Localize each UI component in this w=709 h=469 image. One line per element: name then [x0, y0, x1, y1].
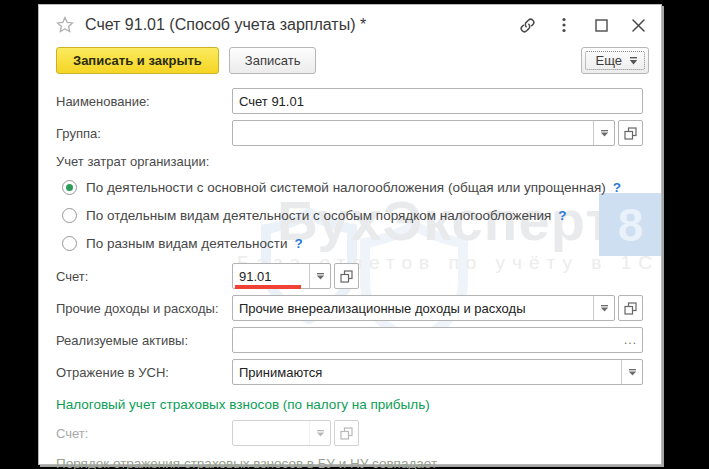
radio-option-different-activities[interactable]: По разным видам деятельности ?: [56, 231, 649, 255]
open-list-icon: [624, 127, 637, 140]
account-input[interactable]: 91.01: [232, 263, 331, 289]
usn-label: Отражение в УСН:: [56, 365, 232, 380]
account-label: Счет:: [56, 269, 232, 284]
open-list-icon: [340, 270, 353, 283]
more-button-label: Еще: [596, 53, 622, 68]
radio-label: По отдельным видам деятельности с особым…: [86, 208, 551, 223]
account-open-button[interactable]: [334, 263, 359, 289]
other-income-label: Прочие доходы и расходы:: [56, 301, 232, 316]
tax-account-input: [232, 420, 331, 446]
assets-label: Реализуемые активы:: [56, 333, 232, 348]
group-input[interactable]: [232, 120, 615, 146]
name-input[interactable]: Счет 91.01: [232, 88, 643, 114]
account-dropdown-button[interactable]: [309, 264, 330, 288]
other-income-dropdown-button[interactable]: [593, 296, 614, 320]
kebab-menu-icon[interactable]: [555, 16, 573, 34]
more-button[interactable]: Еще: [581, 47, 649, 74]
window-title: Счет 91.01 (Способ учета зарплаты) *: [85, 16, 518, 34]
help-link[interactable]: ?: [558, 208, 566, 223]
group-value: [233, 121, 593, 145]
radio-label: По деятельности с основной системой нало…: [86, 180, 606, 195]
tax-note-text: Порядок отражения страховых взносов в БУ…: [56, 456, 649, 469]
dropdown-arrow-icon: [600, 305, 609, 312]
dropdown-arrow-icon: [628, 369, 637, 376]
name-label: Наименование:: [56, 94, 232, 109]
tax-account-open-button: [334, 420, 359, 446]
usn-select[interactable]: Принимаются: [232, 359, 643, 385]
usn-dropdown-button[interactable]: [621, 360, 642, 384]
dropdown-arrow-icon: [316, 430, 325, 437]
radio-circle[interactable]: [62, 180, 77, 195]
group-open-button[interactable]: [618, 120, 643, 146]
get-link-icon[interactable]: [518, 16, 536, 34]
open-list-icon: [624, 302, 637, 315]
red-underline-annotation: [235, 285, 301, 289]
dropdown-arrow-icon: [600, 130, 609, 137]
tax-account-value: [233, 421, 309, 445]
open-list-icon: [340, 427, 353, 440]
form: Наименование: Счет 91.01 Группа:: [39, 78, 661, 469]
save-button[interactable]: Записать: [229, 47, 317, 74]
group-dropdown-button[interactable]: [593, 121, 614, 145]
assets-ellipsis-button[interactable]: ...: [619, 328, 642, 352]
radio-circle[interactable]: [62, 208, 77, 223]
cost-accounting-label: Учет затрат организации:: [56, 154, 649, 169]
assets-input[interactable]: ...: [232, 327, 643, 353]
assets-value: [233, 328, 619, 352]
chevron-down-icon: [629, 57, 638, 65]
toolbar: Записать и закрыть Записать Еще: [39, 41, 661, 78]
favorite-star-icon[interactable]: [56, 16, 74, 34]
help-link[interactable]: ?: [294, 236, 302, 251]
radio-option-special-tax-order[interactable]: По отдельным видам деятельности с особым…: [56, 203, 649, 227]
radio-option-main-tax-system[interactable]: По деятельности с основной системой нало…: [56, 175, 649, 199]
close-icon[interactable]: [629, 16, 647, 34]
other-income-open-button[interactable]: [618, 295, 643, 321]
usn-value: Принимаются: [233, 360, 621, 384]
titlebar: Счет 91.01 (Способ учета зарплаты) *: [39, 5, 661, 41]
radio-label: По разным видам деятельности: [86, 236, 287, 251]
radio-circle[interactable]: [62, 236, 77, 251]
group-label: Группа:: [56, 126, 232, 141]
account-settings-window: БухЭксперт 8 База ответов по учёту в 1С …: [38, 4, 662, 465]
tax-section-header: Налоговый учет страховых взносов (по нал…: [56, 397, 649, 412]
tax-account-dropdown-button: [309, 421, 330, 445]
maximize-icon[interactable]: [592, 16, 610, 34]
other-income-select[interactable]: Прочие внереализационные доходы и расход…: [232, 295, 615, 321]
dropdown-arrow-icon: [316, 273, 325, 280]
name-value: Счет 91.01: [233, 89, 642, 113]
tax-account-label: Счет:: [56, 426, 232, 441]
other-income-value: Прочие внереализационные доходы и расход…: [233, 296, 593, 320]
save-and-close-button[interactable]: Записать и закрыть: [56, 47, 219, 74]
help-link[interactable]: ?: [613, 180, 621, 195]
